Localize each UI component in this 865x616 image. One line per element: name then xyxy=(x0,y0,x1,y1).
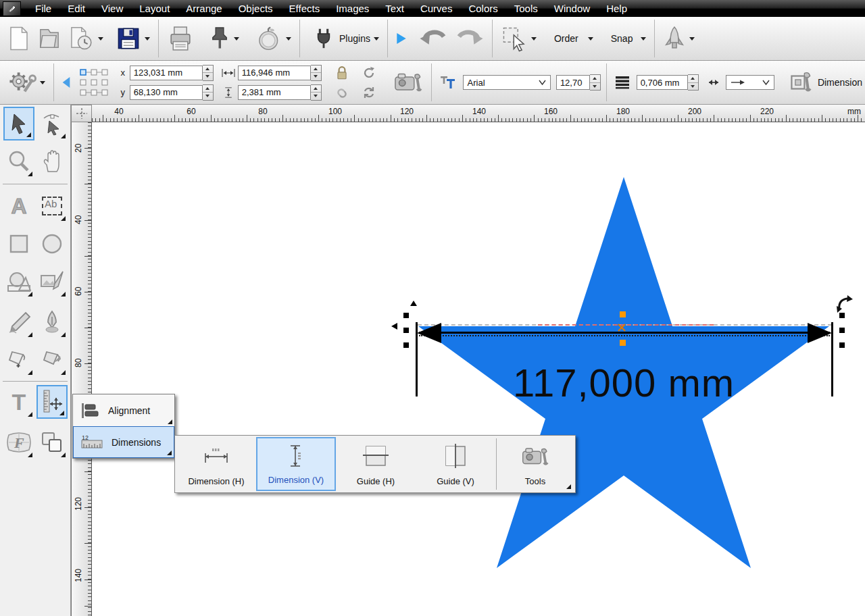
plugins-button[interactable]: Plugins xyxy=(310,26,382,51)
image-tool[interactable] xyxy=(36,265,68,299)
menu-effects[interactable]: Effects xyxy=(281,3,328,14)
flyout-item-guide-h[interactable]: Guide (H) xyxy=(336,437,416,491)
run-button[interactable] xyxy=(393,30,410,47)
height-spinner[interactable] xyxy=(311,84,322,101)
width-input[interactable]: 116,946 mm xyxy=(238,66,311,80)
node-edit-tool[interactable] xyxy=(36,107,68,140)
settings-dropdown-arrow[interactable] xyxy=(40,81,45,84)
freehand-tool[interactable] xyxy=(3,305,34,339)
flyout-item-dimensions[interactable]: 12 Dimensions xyxy=(73,426,174,458)
flyout-item-tools[interactable]: Tools xyxy=(497,437,573,491)
undo-button[interactable] xyxy=(416,25,451,52)
zoom-tool[interactable] xyxy=(3,145,34,178)
outline-width-input[interactable]: 0,706 mm xyxy=(637,75,688,90)
fill-tool[interactable] xyxy=(3,343,34,377)
shaping-tool[interactable] xyxy=(36,426,68,459)
refresh-button[interactable] xyxy=(360,84,378,101)
selection-dropdown-arrow[interactable] xyxy=(531,37,537,41)
ruler-origin-box[interactable] xyxy=(71,105,92,122)
font-size-spinner[interactable] xyxy=(590,74,601,91)
selection-mode-button[interactable] xyxy=(498,24,539,53)
horizontal-ruler[interactable]: 40 60 80 100 120 140 160 180 200 220 mm xyxy=(92,105,865,122)
menu-text[interactable]: Text xyxy=(377,3,412,14)
launch-button[interactable] xyxy=(660,24,697,53)
import-button[interactable] xyxy=(65,24,106,53)
menu-view[interactable]: View xyxy=(93,3,131,14)
settings-button[interactable] xyxy=(4,66,48,99)
menu-images[interactable]: Images xyxy=(328,3,377,14)
selection-handle[interactable] xyxy=(839,342,845,348)
canvas[interactable]: 117,000 mm xyxy=(92,122,865,616)
menu-tools[interactable]: Tools xyxy=(506,3,546,14)
new-document-button[interactable] xyxy=(4,24,34,53)
selection-handle[interactable] xyxy=(403,328,409,333)
font-size-input[interactable]: 12,70 xyxy=(556,75,590,90)
menu-objects[interactable]: Objects xyxy=(230,3,281,14)
x-spinner[interactable] xyxy=(203,65,214,81)
anchor-point-selector[interactable] xyxy=(76,66,112,99)
x-input[interactable]: 123,031 mm xyxy=(130,66,203,80)
link-button[interactable] xyxy=(332,85,351,101)
text-tool[interactable]: A xyxy=(3,189,34,223)
rectangle-tool[interactable] xyxy=(3,227,34,261)
save-button[interactable] xyxy=(113,24,153,53)
redo-button[interactable] xyxy=(451,25,487,52)
app-logo-icon[interactable] xyxy=(3,1,21,16)
lock-ratio-button[interactable] xyxy=(332,64,351,82)
polygon-tool[interactable] xyxy=(3,265,34,299)
selection-handle[interactable] xyxy=(403,313,409,318)
object-center-x-marker[interactable] xyxy=(617,323,626,332)
pin-dropdown-arrow[interactable] xyxy=(234,37,239,41)
dimension-panel-button[interactable]: Dimension xyxy=(785,68,865,97)
font-select[interactable]: Arial xyxy=(463,75,551,90)
menu-colors[interactable]: Colors xyxy=(460,3,505,14)
pin-button[interactable] xyxy=(206,24,242,53)
outline-width-spinner[interactable] xyxy=(688,74,699,91)
y-input[interactable]: 68,130 mm xyxy=(130,85,203,100)
outline-tool[interactable] xyxy=(36,343,68,377)
snap-button[interactable]: Snap xyxy=(608,32,649,45)
envelope-tool[interactable]: F xyxy=(3,426,34,459)
flyout-item-dimension-h[interactable]: Dimension (H) xyxy=(176,437,256,491)
object-tools-button[interactable] xyxy=(391,68,426,97)
arrow-style-select[interactable] xyxy=(726,75,774,90)
dimension-value-label[interactable]: 117,000 mm xyxy=(495,360,752,405)
dimension-node-top[interactable] xyxy=(620,311,626,317)
print-button[interactable] xyxy=(164,24,197,53)
text-frame-tool[interactable]: Ab xyxy=(36,189,68,223)
vertical-ruler[interactable]: 20 40 60 80 100 120 140 xyxy=(71,122,92,616)
save-dropdown-arrow[interactable] xyxy=(145,37,150,41)
y-spinner[interactable] xyxy=(203,84,214,101)
selection-handle[interactable] xyxy=(403,342,409,348)
flyout-item-dimension-v[interactable]: Dimension (V) xyxy=(256,437,336,491)
flyout-item-alignment[interactable]: Alignment xyxy=(73,394,174,426)
order-dropdown-arrow[interactable] xyxy=(588,37,593,41)
paste-dropdown-arrow[interactable] xyxy=(286,37,291,41)
snap-dropdown-arrow[interactable] xyxy=(641,37,646,41)
menu-arrange[interactable]: Arrange xyxy=(178,3,230,14)
menu-file[interactable]: File xyxy=(27,3,59,14)
collapse-arrow-button[interactable] xyxy=(59,76,73,89)
import-dropdown-arrow[interactable] xyxy=(98,37,103,41)
menu-curves[interactable]: Curves xyxy=(412,3,461,14)
dimension-tool[interactable] xyxy=(36,385,68,419)
height-input[interactable]: 2,381 mm xyxy=(238,85,311,100)
order-button[interactable]: Order xyxy=(551,32,596,45)
width-spinner[interactable] xyxy=(311,65,322,81)
launch-dropdown-arrow[interactable] xyxy=(689,37,695,41)
plugins-dropdown-arrow[interactable] xyxy=(374,37,379,41)
menu-layout[interactable]: Layout xyxy=(131,3,178,14)
pan-tool[interactable] xyxy=(36,145,68,178)
paste-special-button[interactable] xyxy=(253,24,294,53)
pen-tool[interactable] xyxy=(36,305,68,339)
rotate-button[interactable] xyxy=(360,65,378,81)
pick-tool[interactable] xyxy=(3,107,34,140)
table-tool[interactable]: T xyxy=(3,385,34,419)
dimension-node-bottom[interactable] xyxy=(620,340,626,346)
ellipse-tool[interactable] xyxy=(36,227,68,261)
menu-edit[interactable]: Edit xyxy=(59,3,93,14)
selection-handle[interactable] xyxy=(839,328,845,333)
open-button[interactable] xyxy=(34,24,65,53)
menu-window[interactable]: Window xyxy=(546,3,598,14)
menu-help[interactable]: Help xyxy=(598,3,635,14)
